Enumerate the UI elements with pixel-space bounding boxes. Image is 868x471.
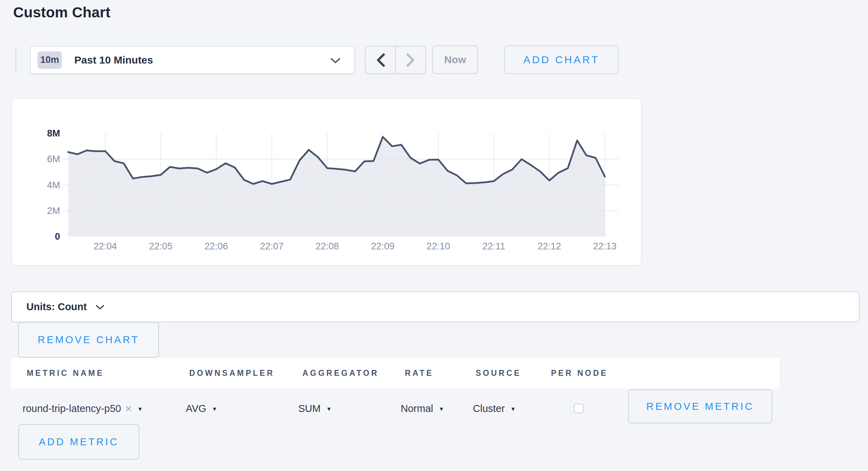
svg-text:22:04: 22:04	[93, 241, 117, 251]
aggregator-value: SUM	[298, 403, 320, 414]
metric-name-value: round-trip-latency-p50	[23, 403, 121, 414]
now-button[interactable]: Now	[432, 46, 478, 74]
remove-chart-button[interactable]: REMOVE CHART	[18, 322, 159, 358]
add-metric-button[interactable]: ADD METRIC	[18, 424, 139, 460]
column-metric-name: METRIC NAME	[27, 358, 104, 388]
units-dropdown[interactable]: Units: Count	[11, 291, 860, 322]
svg-text:22:07: 22:07	[260, 241, 284, 251]
rate-dropdown[interactable]: Normal ▼	[401, 388, 444, 429]
chevron-right-icon	[406, 53, 416, 67]
next-timespan-button[interactable]	[395, 47, 425, 73]
add-chart-button[interactable]: ADD CHART	[504, 46, 619, 74]
prev-timespan-button[interactable]	[366, 47, 395, 73]
metrics-table-header: METRIC NAME DOWNSAMPLER AGGREGATOR RATE …	[11, 358, 779, 388]
svg-text:22:11: 22:11	[483, 241, 506, 251]
svg-text:2M: 2M	[47, 206, 60, 216]
page-title: Custom Chart	[13, 4, 110, 21]
chevron-left-icon	[375, 53, 386, 67]
clear-metric-icon[interactable]: ×	[125, 402, 132, 415]
svg-text:22:08: 22:08	[316, 241, 339, 251]
column-source: SOURCE	[476, 358, 521, 388]
aggregator-dropdown[interactable]: SUM ▼	[298, 388, 332, 429]
metric-name-dropdown[interactable]: round-trip-latency-p50 × ▼	[23, 388, 143, 429]
svg-text:6M: 6M	[47, 154, 60, 164]
svg-text:22:13: 22:13	[593, 241, 617, 251]
time-nav-buttons	[365, 46, 426, 74]
caret-down-icon: ▼	[439, 406, 444, 412]
column-rate: RATE	[405, 358, 434, 388]
chart-card: 02M4M6M8M22:0422:0522:0622:0722:0822:092…	[12, 99, 641, 265]
svg-text:8M: 8M	[47, 128, 60, 139]
svg-text:22:10: 22:10	[427, 241, 450, 251]
downsampler-value: AVG	[186, 403, 206, 414]
svg-text:22:06: 22:06	[205, 241, 228, 251]
caret-down-icon: ▼	[212, 406, 217, 412]
source-value: Cluster	[473, 403, 505, 414]
time-range-dropdown[interactable]: 10m Past 10 Minutes	[30, 46, 355, 74]
column-aggregator: AGGREGATOR	[302, 358, 379, 388]
toolbar-left-divider	[16, 46, 16, 74]
per-node-checkbox[interactable]	[574, 404, 584, 413]
downsampler-dropdown[interactable]: AVG ▼	[186, 388, 217, 429]
column-per-node: PER NODE	[551, 358, 608, 388]
chevron-down-icon	[330, 58, 341, 64]
caret-down-icon: ▼	[326, 406, 332, 412]
remove-metric-button[interactable]: REMOVE METRIC	[628, 389, 772, 423]
svg-text:22:09: 22:09	[371, 241, 395, 251]
caret-down-icon: ▼	[510, 406, 516, 412]
units-label: Units: Count	[26, 301, 87, 313]
chevron-down-icon	[96, 305, 104, 310]
svg-text:22:05: 22:05	[149, 241, 173, 251]
svg-text:0: 0	[55, 231, 60, 242]
column-downsampler: DOWNSAMPLER	[189, 358, 275, 388]
time-series-chart[interactable]: 02M4M6M8M22:0422:0522:0622:0722:0822:092…	[12, 99, 641, 265]
caret-down-icon: ▼	[137, 406, 143, 412]
time-range-label: Past 10 Minutes	[74, 54, 153, 66]
source-dropdown[interactable]: Cluster ▼	[473, 388, 516, 429]
rate-value: Normal	[401, 403, 433, 414]
svg-text:4M: 4M	[47, 180, 60, 190]
svg-text:22:12: 22:12	[537, 241, 561, 251]
time-window-badge: 10m	[37, 51, 62, 69]
